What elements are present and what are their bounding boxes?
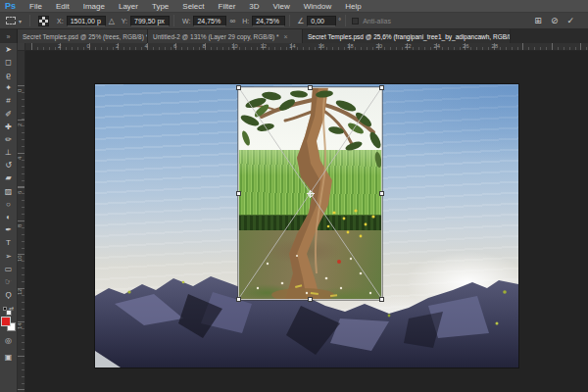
reference-point-locator[interactable]: [38, 16, 49, 26]
type-tool[interactable]: T: [0, 237, 18, 250]
menu-bar: Ps FileEditImageLayerTypeSelectFilter3DV…: [0, 0, 588, 13]
h-ruler-label: 4: [145, 43, 148, 49]
transform-tool-icon: [6, 17, 16, 24]
h-ruler-label: 14: [289, 43, 296, 49]
separator: [173, 15, 174, 26]
red-object: [337, 260, 341, 264]
width-label: W:: [182, 18, 190, 24]
y-label: Y:: [122, 18, 127, 24]
menu-item-layer[interactable]: Layer: [112, 2, 145, 11]
tool-preset-picker[interactable]: ▾: [0, 17, 25, 24]
transform-handle-se[interactable]: [379, 297, 384, 302]
separator: [289, 15, 290, 26]
menu-item-filter[interactable]: Filter: [212, 2, 243, 11]
rectangle-tool[interactable]: ▭: [0, 263, 18, 275]
close-icon[interactable]: ×: [284, 33, 288, 40]
menu-item-type[interactable]: Type: [145, 2, 175, 11]
gradient-tool[interactable]: ▨: [0, 185, 18, 198]
menu-item-file[interactable]: File: [23, 2, 49, 11]
tab-untitled-2[interactable]: Untitled-2 @ 131% (Layer 29 copy, RGB/8)…: [148, 29, 303, 43]
menu-item-view[interactable]: View: [267, 2, 297, 11]
menu-item-image[interactable]: Image: [76, 2, 112, 11]
brush-tool[interactable]: ✏: [0, 133, 18, 146]
warp-mode-toggle-icon[interactable]: ⊞: [534, 16, 542, 25]
h-ruler-label: 16: [318, 43, 325, 49]
quick-mask-mode-button[interactable]: ◎: [0, 335, 18, 348]
menu-item-help[interactable]: Help: [338, 2, 368, 11]
x-label: X:: [57, 18, 64, 24]
pasted-tree-image[interactable]: [238, 87, 382, 300]
h-ruler-label: 28: [492, 43, 499, 49]
toolbar-collapse-button[interactable]: »: [0, 29, 18, 43]
transform-handle-e[interactable]: [379, 191, 384, 196]
degree-unit: °: [338, 18, 341, 24]
rotation-angle-icon: ∠: [297, 17, 304, 25]
horizontal-ruler[interactable]: 20246810121416182022242628: [25, 43, 588, 51]
rectangular-marquee-tool[interactable]: ◻: [0, 56, 18, 69]
menu-item-3d[interactable]: 3D: [242, 2, 266, 11]
h-ruler-label: 18: [347, 43, 354, 49]
cancel-transform-icon[interactable]: ⊘: [551, 16, 559, 25]
rotation-angle-field[interactable]: 0,00: [307, 16, 336, 26]
transform-handle-sw[interactable]: [236, 297, 241, 302]
relative-position-icon[interactable]: △: [109, 17, 115, 25]
history-brush-tool[interactable]: ↺: [0, 160, 18, 172]
transform-options-bar: ▾ X: 1501,00 p △ Y: 799,50 px W: 24,75% …: [0, 13, 588, 29]
clone-stamp-tool[interactable]: ⊥: [0, 147, 18, 160]
chevron-down-icon: ▾: [19, 18, 22, 24]
document-tab-bar: » Secret Temples.psd @ 25% (trees, RGB/8…: [0, 29, 588, 43]
dodge-tool[interactable]: ◐: [0, 211, 18, 223]
h-ruler-label: 6: [173, 43, 176, 49]
separator: [29, 15, 30, 26]
menu-item-window[interactable]: Window: [297, 2, 338, 11]
commit-transform-icon[interactable]: ✓: [566, 16, 574, 25]
zoom-tool[interactable]: Ϙ: [0, 289, 18, 302]
vertical-ruler[interactable]: 02468101214: [18, 51, 25, 392]
tab-secret-temples-25[interactable]: Secret Temples.psd @ 25% (trees, RGB/8) …: [18, 29, 148, 43]
width-scale-field[interactable]: 24,75%: [193, 16, 226, 26]
h-ruler-label: 20: [376, 43, 383, 49]
hand-tool[interactable]: ☞: [0, 275, 18, 288]
pen-tool[interactable]: ✒: [0, 224, 18, 237]
default-colors-control[interactable]: ⇄: [3, 304, 14, 314]
document-canvas[interactable]: [95, 84, 518, 368]
h-ruler-label: 2: [116, 43, 119, 49]
tools-panel: ➤◻ϱ✦#✐✚✏⊥↺▰▨○◐✒T➢▭☞Ϙ ⇄ ◎ ▣: [0, 43, 18, 392]
foreground-color-swatch[interactable]: [1, 317, 11, 326]
quick-selection-tool[interactable]: ✦: [0, 82, 18, 95]
default-colors-icon: [3, 307, 7, 311]
canvas-pasteboard: [25, 51, 588, 392]
height-label: H:: [242, 18, 249, 24]
crop-tool[interactable]: #: [0, 95, 18, 108]
h-ruler-label: 12: [261, 43, 268, 49]
move-tool[interactable]: ➤: [0, 43, 18, 56]
anti-alias-checkbox[interactable]: [352, 18, 359, 24]
healing-brush-tool[interactable]: ✚: [0, 121, 18, 133]
transform-handle-ne[interactable]: [379, 85, 384, 90]
eyedropper-tool[interactable]: ✐: [0, 108, 18, 121]
menu-item-edit[interactable]: Edit: [49, 2, 76, 11]
height-scale-field[interactable]: 24,75%: [252, 16, 285, 26]
path-selection-tool[interactable]: ➢: [0, 250, 18, 263]
transform-handle-w[interactable]: [236, 191, 241, 196]
transform-handle-n[interactable]: [308, 85, 313, 90]
eraser-tool[interactable]: ▰: [0, 172, 18, 185]
transform-handle-nw[interactable]: [236, 85, 241, 90]
link-dimensions-icon[interactable]: ∞: [229, 17, 235, 25]
anti-alias-label: Anti-alias: [363, 18, 391, 24]
lasso-tool[interactable]: ϱ: [0, 69, 18, 81]
blur-tool[interactable]: ○: [0, 198, 18, 211]
h-ruler-label: 26: [463, 43, 469, 49]
color-swatches: [1, 317, 16, 331]
h-ruler-label: 24: [434, 43, 441, 49]
h-ruler-label: 22: [405, 43, 412, 49]
y-position-field[interactable]: 799,50 px: [130, 16, 170, 26]
h-ruler-label: 2: [58, 43, 61, 49]
menu-item-select[interactable]: Select: [175, 2, 211, 11]
transform-handle-s[interactable]: [308, 297, 313, 302]
x-position-field[interactable]: 1501,00 p: [67, 16, 106, 26]
tab-secret-temples-25-6-active[interactable]: Secret Temples.psd @ 25,6% (frangipani_t…: [303, 29, 511, 43]
ruler-corner: [18, 43, 25, 51]
transform-reference-point[interactable]: [308, 191, 314, 197]
screen-mode-button[interactable]: ▣: [0, 351, 18, 364]
